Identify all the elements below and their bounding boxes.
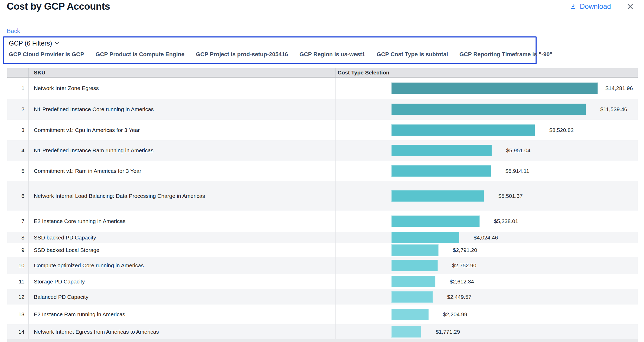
close-icon[interactable]	[626, 2, 635, 11]
cost-bar[interactable]	[391, 124, 535, 136]
cost-bar[interactable]	[391, 83, 598, 94]
table-body: 1Network Inter Zone Egress$14,281.962N1 …	[7, 78, 638, 339]
sku-label: Network Internet Egress from Americas to…	[29, 324, 336, 339]
table-row[interactable]: 10Compute optimized Core running in Amer…	[7, 257, 638, 274]
cost-bar-cell: $8,520.82	[336, 120, 638, 140]
table-row[interactable]: 4N1 Predefined Instance Ram running in A…	[7, 140, 638, 161]
table-row[interactable]: 9SSD backed Local Storage$2,791.20	[7, 243, 638, 257]
table-row[interactable]: 3Commitment v1: Cpu in Americas for 3 Ye…	[7, 120, 638, 140]
row-index: 11	[7, 274, 29, 289]
table-row[interactable]: 8SSD backed PD Capacity$4,024.46	[7, 232, 638, 243]
table-row[interactable]: 1Network Inter Zone Egress$14,281.96	[7, 78, 638, 99]
cost-value-label: $14,281.96	[606, 85, 633, 91]
download-button[interactable]: Download	[570, 3, 611, 11]
cost-bar[interactable]	[391, 232, 459, 243]
cost-value-label: $8,520.82	[549, 127, 574, 133]
row-index: 5	[7, 161, 29, 181]
download-icon	[570, 3, 577, 10]
row-index: 12	[7, 289, 29, 305]
filter-summary-label: GCP (6 Filters)	[9, 40, 52, 47]
cost-bar-cell: $1,771.29	[336, 324, 638, 339]
cost-type-selection-column-header: Cost Type Selection	[336, 68, 638, 77]
cost-value-label: $5,914.11	[505, 168, 529, 174]
sku-label: Network Inter Zone Egress	[29, 78, 336, 99]
row-index: 3	[7, 120, 29, 140]
back-link[interactable]: Back	[7, 28, 20, 35]
sku-label: Commitment v1: Ram in Americas for 3 Yea…	[29, 161, 336, 181]
table-bottom-strip	[7, 339, 638, 342]
filter-chip[interactable]: GCP Region is us-west1	[299, 51, 365, 58]
row-index: 9	[7, 243, 29, 257]
filter-chip-list: GCP Cloud Provider is GCP GCP Product is…	[9, 51, 536, 58]
row-index: 4	[7, 140, 29, 161]
cost-bar[interactable]	[391, 145, 492, 156]
cost-bar-cell: $5,914.11	[336, 161, 638, 181]
cost-bar-cell: $5,501.37	[336, 181, 638, 211]
table-row[interactable]: 12Balanced PD Capacity$2,449.57	[7, 289, 638, 305]
cost-bar[interactable]	[391, 260, 438, 271]
cost-bar[interactable]	[391, 309, 429, 320]
sku-label: SSD backed PD Capacity	[29, 232, 336, 243]
sku-label: N1 Predefined Instance Ram running in Am…	[29, 140, 336, 161]
cost-value-label: $5,238.01	[494, 218, 518, 224]
cost-value-label: $4,024.46	[474, 235, 498, 241]
sku-label: Compute optimized Core running in Americ…	[29, 257, 336, 274]
download-label: Download	[580, 3, 611, 11]
cost-value-label: $2,612.34	[450, 278, 474, 285]
row-index: 13	[7, 305, 29, 324]
cost-bar-cell: $2,449.57	[336, 289, 638, 305]
filter-chip[interactable]: GCP Project is prod-setup-205416	[196, 51, 288, 58]
cost-value-label: $2,752.90	[452, 262, 476, 269]
filter-summary-dropdown[interactable]: GCP (6 Filters)	[9, 40, 60, 47]
table-row[interactable]: 14Network Internet Egress from Americas …	[7, 324, 638, 339]
sku-label: E2 Instance Ram running in Americas	[29, 305, 336, 324]
cost-bar-cell: $4,024.46	[336, 232, 638, 243]
sku-label: E2 Instance Core running in Americas	[29, 211, 336, 232]
filter-chip[interactable]: GCP Reporting Timeframe is "-90"	[459, 51, 552, 58]
row-index: 7	[7, 211, 29, 232]
sku-label: Balanced PD Capacity	[29, 289, 336, 305]
cost-bar-cell: $14,281.96	[336, 78, 638, 99]
row-index: 1	[7, 78, 29, 99]
table-row[interactable]: 11Storage PD Capacity$2,612.34	[7, 274, 638, 289]
cost-bar[interactable]	[391, 276, 435, 287]
row-index: 10	[7, 257, 29, 274]
cost-bar[interactable]	[391, 104, 586, 115]
cost-bar[interactable]	[391, 244, 439, 256]
cost-bar-cell: $2,204.99	[336, 305, 638, 324]
cost-by-gcp-accounts-panel: Cost by GCP Accounts Download Back GCP (…	[0, 0, 644, 342]
filter-chip[interactable]: GCP Cost Type is subtotal	[377, 51, 448, 58]
table-row[interactable]: 5Commitment v1: Ram in Americas for 3 Ye…	[7, 161, 638, 181]
sku-label: N1 Predefined Instance Core running in A…	[29, 99, 336, 120]
sku-label: Commitment v1: Cpu in Americas for 3 Yea…	[29, 120, 336, 140]
table-header-row: SKU Cost Type Selection	[7, 68, 638, 78]
cost-bar[interactable]	[391, 216, 480, 227]
cost-bar-cell: $5,951.04	[336, 140, 638, 161]
sku-label: Network Internal Load Balancing: Data Pr…	[29, 181, 336, 211]
cost-value-label: $2,791.20	[453, 247, 477, 253]
cost-bar-cell: $11,539.46	[336, 99, 638, 120]
cost-value-label: $2,449.57	[447, 294, 471, 300]
row-index: 6	[7, 181, 29, 211]
cost-value-label: $1,771.29	[436, 329, 460, 335]
cost-bar[interactable]	[391, 291, 433, 303]
cost-bar[interactable]	[391, 326, 421, 338]
filter-chip[interactable]: GCP Product is Compute Engine	[95, 51, 184, 58]
filter-chip[interactable]: GCP Cloud Provider is GCP	[9, 51, 84, 58]
cost-bar-cell: $2,752.90	[336, 257, 638, 274]
filter-panel: GCP (6 Filters) GCP Cloud Provider is GC…	[3, 36, 537, 64]
table-row[interactable]: 13E2 Instance Ram running in Americas$2,…	[7, 305, 638, 324]
table-row[interactable]: 7E2 Instance Core running in Americas$5,…	[7, 211, 638, 232]
page-title: Cost by GCP Accounts	[7, 1, 110, 12]
table-row[interactable]: 6Network Internal Load Balancing: Data P…	[7, 181, 638, 211]
cost-bar[interactable]	[391, 190, 484, 202]
cost-value-label: $11,539.46	[600, 106, 627, 112]
cost-bar-cell: $2,612.34	[336, 274, 638, 289]
cost-bar[interactable]	[391, 165, 491, 177]
row-index: 2	[7, 99, 29, 120]
row-number-column-header	[7, 68, 29, 77]
cost-bar-cell: $5,238.01	[336, 211, 638, 232]
table-row[interactable]: 2N1 Predefined Instance Core running in …	[7, 99, 638, 120]
sku-label: SSD backed Local Storage	[29, 243, 336, 257]
row-index: 14	[7, 324, 29, 339]
